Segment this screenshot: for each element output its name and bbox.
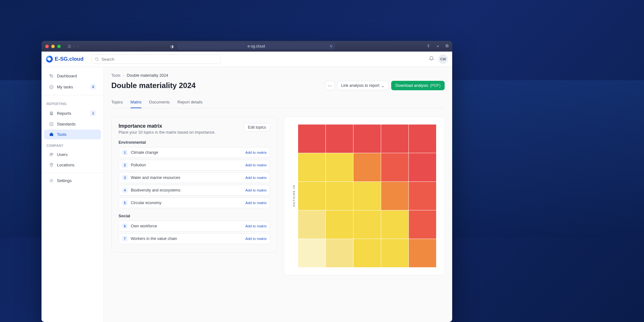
matrix-cell[interactable] (409, 239, 436, 267)
svg-point-0 (95, 58, 98, 60)
window-close-button[interactable] (45, 45, 49, 48)
check-square-icon (49, 122, 54, 126)
app-logo[interactable]: E-SG.cloud (46, 56, 84, 63)
matrix-cell[interactable] (353, 239, 381, 267)
matrix-cell[interactable] (409, 153, 436, 181)
breadcrumb-current: Double materiality 2024 (127, 73, 168, 78)
matrix-cell[interactable] (326, 210, 353, 239)
matrix-y-axis-label: OUTSIDE IN (292, 185, 296, 207)
add-to-matrix-link[interactable]: Add to matrix (245, 224, 267, 228)
topic-label: Biodiversity and ecosystems (131, 188, 180, 192)
new-tab-icon[interactable]: ＋ (436, 43, 440, 49)
share-icon[interactable]: ⇪ (427, 43, 430, 49)
topic-label: Water and marine resources (131, 175, 180, 180)
tab-documents[interactable]: Documents (149, 97, 170, 108)
matrix-cell[interactable] (298, 182, 325, 210)
sidebar-item-label: Users (57, 152, 68, 157)
topic-row: 1 Climate change Add to matrix (119, 147, 270, 158)
edit-topics-button[interactable]: Edit topics (244, 123, 270, 131)
search-input[interactable] (102, 57, 217, 62)
tabs-icon[interactable]: ⧉ (446, 43, 448, 49)
matrix-cell[interactable] (298, 153, 325, 181)
matrix-cell[interactable] (381, 182, 408, 210)
search-field-wrapper (91, 54, 221, 64)
svg-rect-3 (51, 112, 52, 113)
users-icon (49, 152, 54, 157)
sidebar-item-label: My tasks (57, 85, 73, 89)
sidebar-item-locations[interactable]: Locations (44, 160, 101, 170)
notifications-icon[interactable] (429, 56, 434, 62)
matrix-cell[interactable] (409, 125, 436, 153)
tab-report-details[interactable]: Report details (177, 97, 203, 108)
breadcrumb-root[interactable]: Tools (111, 73, 120, 78)
shield-icon[interactable]: ◑ (170, 44, 174, 49)
sidebar-item-my-tasks[interactable]: My tasks 4 (44, 81, 101, 92)
topic-group-environmental: Environmental (119, 140, 270, 145)
sidebar-item-dashboard[interactable]: Dashboard (44, 71, 101, 81)
sidebar-item-users[interactable]: Users (44, 150, 101, 159)
sidebar-section-company: COMPANY (42, 140, 103, 149)
add-to-matrix-link[interactable]: Add to matrix (245, 237, 267, 241)
add-to-matrix-link[interactable]: Add to matrix (245, 188, 267, 192)
back-icon[interactable]: ‹ (74, 44, 75, 48)
sidebar-item-tools[interactable]: Tools (44, 130, 101, 139)
matrix-cell[interactable] (298, 239, 325, 267)
topic-label: Climate change (131, 150, 158, 155)
matrix-cell[interactable] (381, 153, 408, 181)
add-to-matrix-link[interactable]: Add to matrix (245, 163, 267, 167)
matrix-cell[interactable] (326, 153, 353, 181)
logo-mark-icon (46, 56, 53, 63)
matrix-cell[interactable] (326, 182, 353, 210)
more-actions-button[interactable]: ⋯ (325, 81, 335, 90)
dashboard-icon (49, 74, 54, 78)
matrix-cell[interactable] (381, 239, 408, 267)
matrix-cell[interactable] (298, 210, 325, 239)
url-text: e-sg.cloud (247, 44, 265, 48)
forward-icon[interactable]: › (77, 44, 79, 48)
matrix-cell[interactable] (409, 210, 436, 239)
matrix-cell[interactable] (409, 182, 436, 210)
svg-point-10 (51, 180, 52, 181)
topic-row: 4 Biodiversity and ecosystems Add to mat… (119, 185, 270, 196)
svg-rect-4 (51, 113, 52, 113)
tab-matrix[interactable]: Matrix (130, 97, 142, 108)
matrix-cell[interactable] (326, 239, 353, 267)
reload-icon[interactable]: ↻ (330, 44, 333, 48)
matrix-cell[interactable] (353, 210, 381, 239)
download-analysis-button[interactable]: Download analysis (PDF) (391, 81, 445, 90)
add-to-matrix-link[interactable]: Add to matrix (245, 151, 267, 154)
browser-titlebar: ▥ ‹ › ◑ e-sg.cloud ↻ ⇪ ＋ ⧉ (42, 41, 452, 52)
page-tabs: Topics Matrix Documents Report details (111, 97, 445, 108)
url-bar[interactable]: e-sg.cloud ↻ (177, 43, 335, 50)
matrix-cell[interactable] (326, 125, 353, 153)
sidebar: Dashboard My tasks 4 REPORTING Reports (42, 67, 104, 322)
sidebar-item-reports[interactable]: Reports 1 (44, 108, 101, 119)
sidebar-toggle-icon[interactable]: ▥ (68, 44, 71, 48)
report-icon (49, 111, 54, 116)
svg-rect-6 (50, 133, 53, 136)
chevron-right-icon: › (123, 73, 124, 78)
sidebar-item-label: Settings (57, 178, 72, 183)
matrix-cell[interactable] (353, 153, 381, 181)
topic-label: Pollution (131, 163, 146, 167)
add-to-matrix-link[interactable]: Add to matrix (245, 176, 267, 180)
avatar[interactable]: CW (438, 54, 448, 64)
link-analysis-button[interactable]: Link analysis to report ⌄ (337, 81, 389, 90)
sidebar-item-label: Reports (57, 111, 71, 116)
matrix-cell[interactable] (381, 210, 408, 239)
matrix-grid (298, 125, 436, 267)
matrix-cell[interactable] (353, 125, 381, 153)
topic-row: 6 Own workforce Add to matrix (119, 221, 270, 231)
search-icon (95, 57, 99, 61)
matrix-cell[interactable] (298, 125, 325, 153)
window-minimize-button[interactable] (51, 45, 55, 48)
add-to-matrix-link[interactable]: Add to matrix (245, 201, 267, 205)
breadcrumb: Tools › Double materiality 2024 (111, 73, 445, 78)
window-zoom-button[interactable] (57, 45, 61, 48)
matrix-cell[interactable] (381, 125, 408, 153)
pin-icon (49, 163, 54, 167)
matrix-cell[interactable] (353, 182, 381, 210)
sidebar-item-standards[interactable]: Standards (44, 119, 101, 129)
sidebar-item-settings[interactable]: Settings (44, 176, 101, 186)
tab-topics[interactable]: Topics (111, 97, 123, 108)
